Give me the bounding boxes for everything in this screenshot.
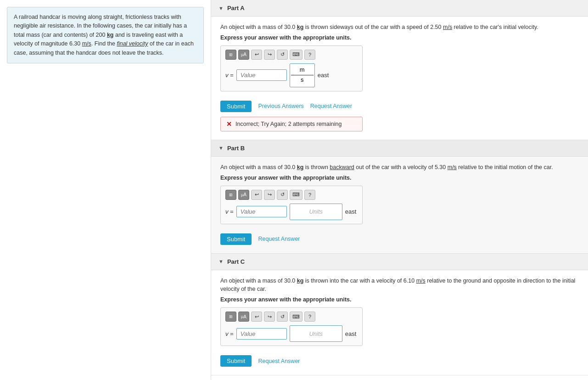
- part-b-title: Part B: [227, 145, 245, 152]
- part-a-error-message: ✕ Incorrect; Try Again; 2 attempts remai…: [220, 117, 363, 131]
- part-c-submit-button[interactable]: Submit: [220, 355, 252, 367]
- part-a-units-fraction: m s: [290, 63, 315, 87]
- part-c-chevron-icon: ▼: [218, 259, 224, 264]
- part-b-undo-button[interactable]: ↩: [251, 190, 262, 200]
- part-a-answer-box: ⊞ μA ↩ ↪ ↺ ⌨ ? v = m s east: [220, 45, 363, 91]
- part-a-submit-button[interactable]: Submit: [220, 101, 252, 112]
- part-b-direction: east: [345, 208, 357, 215]
- part-b-keyboard-button[interactable]: ⌨: [290, 190, 302, 200]
- part-b-input-row: v = Units east: [225, 204, 358, 220]
- part-b-section: ▼ Part B An object with a mass of 30.0 k…: [211, 140, 588, 254]
- part-a-description: An object with a mass of 30.0 kg is thro…: [220, 23, 579, 32]
- part-a-header[interactable]: ▼ Part A: [211, 0, 588, 17]
- part-c-actions: Submit Request Answer: [220, 351, 579, 367]
- part-c-units-placeholder: Units: [309, 330, 323, 337]
- part-b-actions: Submit Request Answer: [220, 229, 579, 245]
- part-c-input-row: v = Units east: [225, 325, 358, 342]
- part-a-value-input[interactable]: [236, 69, 287, 81]
- part-b-submit-button[interactable]: Submit: [220, 233, 252, 245]
- part-a-direction: east: [318, 72, 329, 79]
- part-b-units-input[interactable]: Units: [290, 204, 342, 220]
- part-b-units-placeholder: Units: [309, 208, 323, 215]
- part-b-header[interactable]: ▼ Part B: [211, 140, 588, 157]
- part-a-express-label: Express your answer with the appropriate…: [220, 34, 579, 41]
- part-b-request-link[interactable]: Request Answer: [258, 236, 300, 242]
- part-b-mu-button[interactable]: μA: [238, 190, 249, 200]
- part-a-actions: Submit Previous Answers Request Answer: [220, 96, 579, 112]
- part-b-content: An object with a mass of 30.0 kg is thro…: [211, 157, 588, 253]
- part-c-reset-button[interactable]: ↺: [277, 312, 288, 322]
- part-b-chevron-icon: ▼: [218, 145, 224, 151]
- part-a-units-denominator: s: [301, 75, 304, 84]
- part-c-request-link[interactable]: Request Answer: [258, 358, 300, 364]
- part-c-section: ▼ Part C An object with a mass of 30.0 k…: [211, 254, 588, 376]
- part-a-section: ▼ Part A An object with a mass of 30.0 k…: [211, 0, 588, 140]
- part-c-express-label: Express your answer with the appropriate…: [220, 296, 579, 303]
- part-a-input-row: v = m s east: [225, 63, 358, 87]
- part-c-matrix-button[interactable]: ⊞: [225, 312, 236, 322]
- problem-box: A railroad handcar is moving along strai…: [7, 7, 204, 63]
- part-a-eq-label: v =: [225, 72, 234, 79]
- part-c-value-input[interactable]: [236, 328, 287, 340]
- part-b-value-input[interactable]: [236, 206, 287, 217]
- part-a-error-icon: ✕: [226, 120, 232, 128]
- redo-button[interactable]: ↪: [264, 50, 275, 60]
- part-a-request-link[interactable]: Request Answer: [310, 103, 352, 109]
- part-b-toolbar: ⊞ μA ↩ ↪ ↺ ⌨ ?: [225, 190, 358, 200]
- part-c-description: An object with a mass of 30.0 kg is thro…: [220, 277, 579, 294]
- part-c-redo-button[interactable]: ↪: [264, 312, 275, 322]
- part-c-undo-button[interactable]: ↩: [251, 312, 262, 322]
- part-c-units-input[interactable]: Units: [290, 325, 342, 342]
- part-b-description: An object with a mass of 30.0 kg is thro…: [220, 163, 579, 172]
- part-a-error-text: Incorrect; Try Again; 2 attempts remaini…: [235, 121, 342, 127]
- part-a-toolbar: ⊞ μA ↩ ↪ ↺ ⌨ ?: [225, 50, 358, 60]
- part-a-title: Part A: [227, 5, 245, 11]
- part-a-units-numerator: m: [291, 66, 314, 75]
- part-c-toolbar: ⊞ μA ↩ ↪ ↺ ⌨ ?: [225, 312, 358, 322]
- undo-button[interactable]: ↩: [251, 50, 262, 60]
- problem-text: A railroad handcar is moving along strai…: [14, 14, 194, 56]
- part-c-mu-button[interactable]: μA: [238, 312, 249, 322]
- part-b-eq-label: v =: [225, 208, 234, 215]
- part-a-previous-link[interactable]: Previous Answers: [258, 103, 303, 109]
- part-b-matrix-button[interactable]: ⊞: [225, 190, 236, 200]
- part-c-header[interactable]: ▼ Part C: [211, 254, 588, 270]
- part-c-direction: east: [345, 330, 357, 337]
- part-a-chevron-icon: ▼: [218, 6, 224, 11]
- help-button[interactable]: ?: [304, 50, 315, 60]
- part-a-content: An object with a mass of 30.0 kg is thro…: [211, 17, 588, 140]
- part-b-express-label: Express your answer with the appropriate…: [220, 175, 579, 181]
- part-b-redo-button[interactable]: ↪: [264, 190, 275, 200]
- mu-button[interactable]: μA: [238, 50, 249, 60]
- part-c-help-button[interactable]: ?: [304, 312, 315, 322]
- reset-button[interactable]: ↺: [277, 50, 288, 60]
- matrix-button[interactable]: ⊞: [225, 50, 236, 60]
- part-b-reset-button[interactable]: ↺: [277, 190, 288, 200]
- right-panel: ▼ Part A An object with a mass of 30.0 k…: [211, 0, 588, 380]
- part-b-answer-box: ⊞ μA ↩ ↪ ↺ ⌨ ? v = Units east: [220, 186, 363, 224]
- part-c-keyboard-button[interactable]: ⌨: [290, 312, 302, 322]
- part-c-eq-label: v =: [225, 330, 234, 337]
- part-c-title: Part C: [227, 258, 245, 265]
- part-c-content: An object with a mass of 30.0 kg is thro…: [211, 270, 588, 375]
- part-c-answer-box: ⊞ μA ↩ ↪ ↺ ⌨ ? v = Units east: [220, 307, 363, 346]
- left-panel: A railroad handcar is moving along strai…: [0, 0, 211, 380]
- keyboard-button[interactable]: ⌨: [290, 50, 302, 60]
- part-b-help-button[interactable]: ?: [304, 190, 315, 200]
